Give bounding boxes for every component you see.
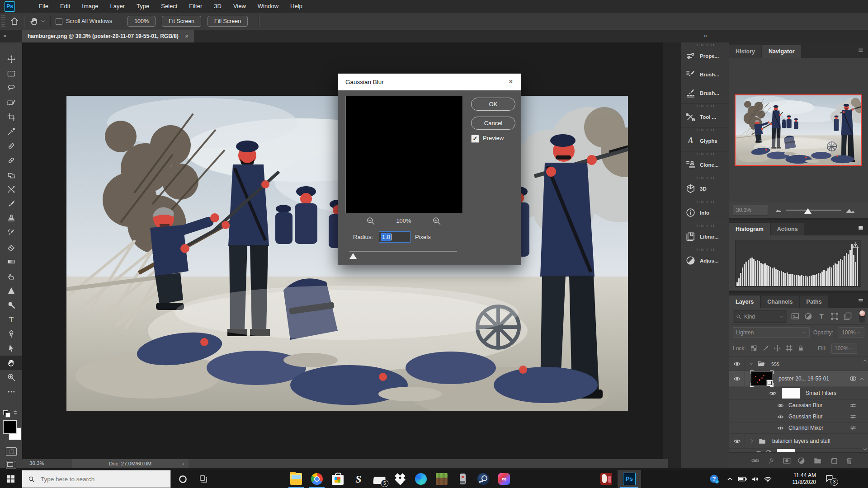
taskbar-app-steam[interactable] <box>473 470 494 488</box>
lock-transparency-icon[interactable] <box>750 344 758 352</box>
taskbar-app-edge[interactable] <box>410 470 431 488</box>
visibility-toggle[interactable] <box>729 357 745 371</box>
menu-help[interactable]: Help <box>284 0 308 13</box>
layer-smart-object-selected[interactable]: poster-20... 19-55-01 <box>729 371 868 387</box>
taskbar-clock[interactable]: 11:44 AM 11/8/2020 <box>771 470 816 488</box>
spot-healing-tool[interactable] <box>0 139 22 153</box>
eye-icon[interactable] <box>777 425 784 432</box>
panel-menu-icon[interactable] <box>857 225 864 231</box>
dock-item-info[interactable]: Info <box>681 203 729 222</box>
layer-thumbnail[interactable] <box>751 372 772 385</box>
chevron-down-icon[interactable] <box>40 19 46 24</box>
filter-pixel-layers-icon[interactable] <box>791 312 800 321</box>
visibility-toggle[interactable] <box>729 434 745 448</box>
cancel-button[interactable]: Cancel <box>471 117 515 130</box>
filter-type-layers-icon[interactable]: T <box>817 312 826 321</box>
start-button[interactable] <box>0 470 22 488</box>
filter-mask-thumbnail[interactable] <box>781 387 800 399</box>
zoom-tool[interactable] <box>0 370 22 385</box>
menu-edit[interactable]: Edit <box>54 0 76 13</box>
dock-item-clone-source[interactable]: Clone... <box>681 155 729 174</box>
scroll-down-icon[interactable] <box>862 446 868 452</box>
tab-actions[interactable]: Actions <box>771 223 804 235</box>
filter-adjustment-layers-icon[interactable] <box>804 312 813 321</box>
radius-slider[interactable] <box>349 251 457 252</box>
zoom-out-mountain-icon[interactable] <box>774 206 783 214</box>
fill-dropdown[interactable]: 100% <box>831 343 857 354</box>
lock-all-icon[interactable] <box>797 344 805 352</box>
filter-options-icon[interactable] <box>849 413 857 420</box>
panel-menu-icon[interactable] <box>857 47 864 53</box>
dock-item-libraries[interactable]: Librar... <box>681 227 729 246</box>
tray-battery[interactable] <box>736 470 749 488</box>
scroll-all-windows-checkbox[interactable] <box>56 18 62 25</box>
tab-close-icon[interactable]: × <box>185 33 189 40</box>
dialog-title-bar[interactable]: Gaussian Blur × <box>338 74 521 90</box>
swap-colors-icon[interactable] <box>12 409 19 416</box>
slider-thumb[interactable] <box>804 208 811 214</box>
adjustment-layer-icon[interactable] <box>797 456 806 465</box>
navigator-proxy-view[interactable] <box>735 94 862 166</box>
radius-slider-thumb[interactable] <box>349 253 357 259</box>
tray-get-help[interactable]: ?i <box>705 470 723 488</box>
type-tool[interactable]: T <box>0 312 22 327</box>
toolbar-collapse-icon[interactable]: » <box>3 32 5 39</box>
eyedropper-tool[interactable] <box>0 124 22 139</box>
filter-smart-objects-icon[interactable] <box>843 312 852 321</box>
taskbar-app-creative-cloud[interactable]: ∞ <box>494 470 514 488</box>
lock-pixels-icon[interactable] <box>762 344 769 352</box>
patch-tool[interactable] <box>0 168 22 182</box>
taskbar-app-minecraft[interactable] <box>431 470 452 488</box>
history-brush-tool[interactable] <box>0 225 22 240</box>
filter-row-channel-mixer[interactable]: Channel Mixer <box>729 422 868 434</box>
dock-item-tool-presets[interactable]: Tool ... <box>681 108 729 126</box>
tab-history[interactable]: History <box>729 45 761 58</box>
layer-filtering-toggle[interactable] <box>859 310 865 323</box>
smart-filters-row[interactable]: Smart Filters <box>729 387 868 400</box>
marquee-tool[interactable] <box>0 66 22 81</box>
menu-filter[interactable]: Filter <box>183 0 208 13</box>
dialog-close-icon[interactable]: × <box>507 78 515 86</box>
document-sizes[interactable]: Doc: 27.0M/60.0M › <box>72 459 189 468</box>
cortana-button[interactable] <box>173 470 193 488</box>
delete-layer-icon[interactable] <box>845 456 854 465</box>
navigator-zoom-slider[interactable] <box>786 210 841 211</box>
healing-brush-tool[interactable] <box>0 153 22 168</box>
blend-mode-dropdown[interactable]: Lighten <box>733 327 810 338</box>
menu-type[interactable]: Type <box>131 0 155 13</box>
menu-window[interactable]: Window <box>252 0 284 13</box>
link-layers-icon[interactable] <box>751 456 760 465</box>
default-colors-control[interactable] <box>3 409 19 417</box>
dock-collapse-icon[interactable]: « <box>704 32 706 39</box>
object-selection-tool[interactable] <box>0 95 22 110</box>
menu-layer[interactable]: Layer <box>104 0 131 13</box>
tab-navigator[interactable]: Navigator <box>762 45 801 58</box>
filter-options-icon[interactable] <box>849 402 857 409</box>
dock-item-adjustments[interactable]: Adjus... <box>681 251 729 270</box>
taskbar-app-image-viewer[interactable] <box>596 470 617 488</box>
menu-file[interactable]: File <box>33 0 54 13</box>
tray-hidden-icons[interactable] <box>723 470 736 488</box>
menu-file[interactable] <box>21 0 33 13</box>
visibility-toggle[interactable] <box>729 371 745 386</box>
dock-item-3d[interactable]: 3D <box>681 179 729 198</box>
sharpen-tool[interactable] <box>0 283 22 298</box>
gradient-tool[interactable] <box>0 254 22 269</box>
taskbar-app-silhouette[interactable]: S <box>348 470 369 488</box>
fill-screen-button[interactable]: Fill Screen <box>208 16 248 27</box>
content-aware-move-tool[interactable] <box>0 182 22 197</box>
lasso-tool[interactable] <box>0 81 22 95</box>
taskbar-app-mail[interactable]: 5 <box>369 470 390 488</box>
scroll-up-icon[interactable] <box>862 358 868 363</box>
navigator-zoom-value[interactable]: 30.3% <box>733 205 768 216</box>
group-expand-icon[interactable] <box>749 361 755 367</box>
status-chevron-icon[interactable]: › <box>182 459 184 468</box>
status-zoom-level[interactable]: 30.3% <box>29 460 44 466</box>
fit-screen-button[interactable]: Fit Screen <box>162 16 201 27</box>
tab-histogram[interactable]: Histogram <box>729 223 770 235</box>
ok-button[interactable]: OK <box>471 98 515 111</box>
filter-row-gaussian-blur-1[interactable]: Gaussian Blur <box>729 400 868 411</box>
edit-toolbar[interactable] <box>0 385 22 399</box>
add-mask-icon[interactable] <box>783 456 791 465</box>
hand-tool-icon[interactable] <box>29 16 39 26</box>
